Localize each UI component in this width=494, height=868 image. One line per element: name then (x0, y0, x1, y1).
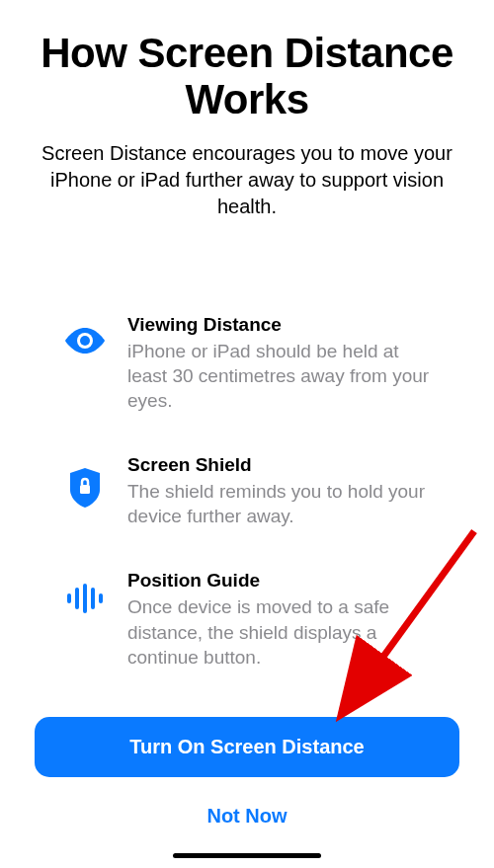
svg-rect-7 (99, 593, 103, 603)
waveform-icon (64, 570, 106, 613)
feature-desc: Once device is moved to a safe distance,… (127, 594, 430, 669)
feature-text: Screen Shield The shield reminds you to … (127, 454, 430, 528)
feature-title: Viewing Distance (127, 314, 430, 336)
svg-point-1 (80, 336, 90, 346)
feature-position-guide: Position Guide Once device is moved to a… (64, 570, 430, 669)
onboarding-content: How Screen Distance Works Screen Distanc… (0, 0, 494, 717)
svg-rect-6 (91, 588, 95, 609)
feature-viewing-distance: Viewing Distance iPhone or iPad should b… (64, 314, 430, 413)
feature-title: Position Guide (127, 570, 430, 592)
feature-desc: The shield reminds you to hold your devi… (127, 479, 430, 528)
feature-text: Viewing Distance iPhone or iPad should b… (127, 314, 430, 413)
turn-on-button[interactable]: Turn On Screen Distance (35, 717, 459, 777)
feature-title: Screen Shield (127, 454, 430, 476)
button-container: Turn On Screen Distance Not Now (0, 717, 494, 853)
page-subtitle: Screen Distance encourages you to move y… (30, 140, 464, 220)
shield-lock-icon (64, 454, 106, 508)
feature-list: Viewing Distance iPhone or iPad should b… (30, 314, 464, 670)
feature-screen-shield: Screen Shield The shield reminds you to … (64, 454, 430, 528)
page-title: How Screen Distance Works (30, 30, 464, 122)
svg-rect-3 (67, 593, 71, 603)
eye-icon (64, 314, 106, 354)
svg-rect-2 (80, 485, 90, 494)
feature-text: Position Guide Once device is moved to a… (127, 570, 430, 669)
svg-rect-5 (83, 584, 87, 613)
not-now-button[interactable]: Not Now (35, 799, 459, 833)
home-indicator[interactable] (173, 853, 321, 858)
svg-rect-4 (75, 588, 79, 609)
feature-desc: iPhone or iPad should be held at least 3… (127, 339, 430, 413)
